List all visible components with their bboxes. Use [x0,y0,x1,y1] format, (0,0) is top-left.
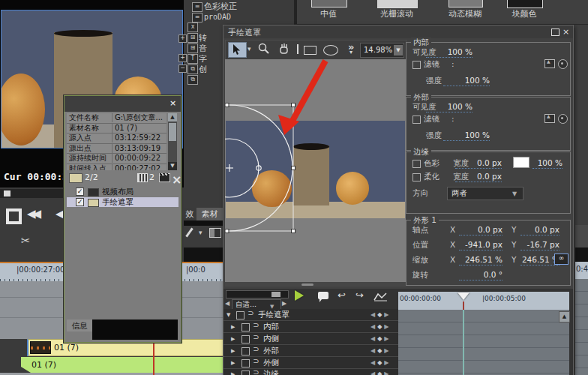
kf-play-button[interactable] [295,290,304,301]
kf-playhead-handle[interactable] [458,292,470,300]
mask-canvas[interactable] [225,59,406,286]
kf-zoom-slider[interactable] [226,290,289,298]
outer-color-icon[interactable] [558,114,568,124]
clapper-icon[interactable] [159,173,170,182]
kf-row-outer[interactable]: 外部 [224,345,398,357]
kf-playhead-line[interactable] [463,310,464,375]
filter-row-mask[interactable]: 手绘遮罩 [67,197,178,207]
edge-color-checkbox[interactable] [412,160,421,168]
kf-nav-arrows[interactable] [370,309,391,320]
scroll-down-icon[interactable] [168,162,177,170]
kf-scroll-up-icon[interactable] [559,311,570,322]
tree-item-audio[interactable]: 音 [199,44,207,53]
select-tool[interactable] [228,42,247,58]
kf-nav-arrows[interactable] [370,345,391,356]
info-close-button[interactable] [170,98,176,108]
tab-effects[interactable]: 效 [184,208,196,220]
outer-strength-value[interactable]: 100 % [443,130,490,141]
tab-source[interactable]: 素材 [196,208,223,220]
kf-zoom-thumb[interactable] [272,292,280,297]
shuttle-thumb[interactable] [4,190,10,196]
panel-layout-icon[interactable] [209,228,221,238]
info-titlebar[interactable] [64,96,181,112]
remove-filter-icon[interactable] [172,172,182,187]
expand-icon[interactable] [231,360,235,366]
shape-rotation-value[interactable]: 0.0 ° [459,270,502,280]
edge-direction-dropdown[interactable]: 两者 [447,187,524,200]
inner-export-icon[interactable] [544,59,555,68]
info-scrollbar[interactable] [168,113,177,170]
kf-row-checkbox[interactable] [242,370,250,375]
expand-icon[interactable] [231,348,235,354]
kf-row-checkbox[interactable] [242,335,250,344]
pen-dropdown-icon[interactable] [199,229,202,236]
expand-icon[interactable] [231,324,235,330]
close-button[interactable] [562,27,569,37]
tree-expander-plus[interactable]: + [178,34,187,43]
filter-checkbox[interactable] [76,198,84,206]
kf-redo-button[interactable] [356,290,364,301]
expand-icon[interactable] [231,371,235,375]
edge-width2-value[interactable]: 0.0 px [455,172,502,182]
splitter-handle[interactable] [302,284,314,286]
rectangle-tool[interactable] [304,46,316,55]
kf-undo-button[interactable] [338,290,346,301]
effect-thumb-motion-blur[interactable] [448,0,483,8]
zoom-level-combo[interactable]: 14.98% [360,43,404,58]
outer-filter-checkbox[interactable] [412,116,421,124]
scroll-up-icon[interactable] [168,113,177,122]
preset-prev-icon[interactable] [225,300,230,307]
kf-row-edge[interactable]: 边缘 [224,369,398,375]
outer-visibility-value[interactable]: 100 % [426,102,472,112]
rewind-button[interactable] [27,207,38,220]
edge-soften-checkbox[interactable] [412,173,421,182]
filter-row-video-layout[interactable]: 视频布局 [67,187,178,196]
kf-row-checkbox[interactable] [242,323,250,332]
previous-frame-button[interactable] [56,207,64,220]
shape-position-x[interactable]: -941.0 px [459,240,502,250]
pen-tool-icon[interactable] [185,227,193,237]
tree-item-create[interactable]: 创 [199,64,207,74]
dialog-titlebar[interactable]: 手绘遮罩 [224,26,573,38]
kf-row-checkbox[interactable] [242,347,250,356]
zoom-tool[interactable] [258,43,272,56]
tree-item-title[interactable]: 字 [199,54,207,64]
kf-row-inner-side[interactable]: 内侧 [224,333,398,345]
kf-nav-arrows[interactable] [370,333,391,344]
filter-checkbox[interactable] [76,188,84,196]
kf-ruler[interactable]: 00:00:00:00 |00:00:05:00 [398,292,569,310]
kf-nav-arrows[interactable] [370,368,391,375]
effect-label-median[interactable]: 中值 [304,8,352,20]
inner-filter-checkbox[interactable] [412,61,421,69]
tree-item-prodad[interactable]: proDAD [204,12,231,22]
kf-comment-button[interactable] [318,292,328,299]
effect-thumb-raster-scroll[interactable] [377,0,418,8]
effect-label-motion-blur[interactable]: 动态模糊 [441,8,489,20]
inner-color-icon[interactable] [558,59,568,69]
shape-anchor-y[interactable]: 0.0 px [520,225,560,236]
kf-row-inner[interactable]: 内部 [224,321,398,333]
edge-width1-value[interactable]: 0.0 px [455,158,502,169]
edge-opacity-value[interactable]: 100 % [532,158,562,169]
effect-thumb-block-color[interactable] [507,0,543,8]
effect-label-block-color[interactable]: 块颜色 [502,8,546,20]
audio-clip[interactable]: 01 (7) [21,357,223,373]
cut-button[interactable] [21,234,31,248]
maximize-button[interactable] [551,28,560,36]
kf-nav-arrows[interactable] [370,321,391,332]
line-tool[interactable] [297,44,298,54]
kf-row-mask[interactable]: 手绘遮罩 [224,309,398,321]
edge-color-swatch[interactable] [513,157,530,168]
kf-curve-button[interactable] [374,292,388,302]
tree-expander-plus[interactable]: + [178,54,187,62]
hand-tool[interactable] [278,43,292,56]
effect-thumb-median[interactable] [311,0,347,8]
shape-position-y[interactable]: -16.7 px [520,240,560,250]
expand-icon[interactable] [231,336,235,342]
tab-info[interactable]: 信息 [67,320,92,332]
ellipse-tool[interactable] [323,45,338,56]
tree-item-color-correction[interactable]: 色彩校正 [204,2,237,11]
canvas-splitter[interactable] [225,282,406,286]
tree-item-transition[interactable]: 转 [199,33,207,43]
kf-row-checkbox[interactable] [236,311,244,320]
